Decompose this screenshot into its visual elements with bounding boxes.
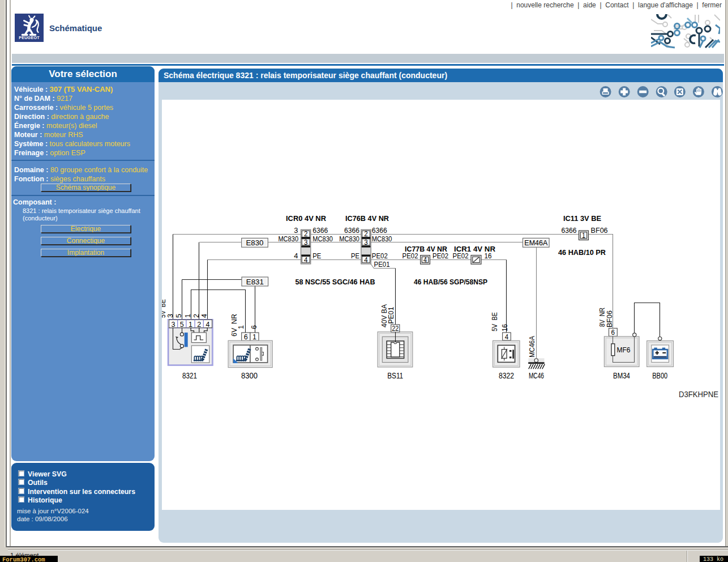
svg-text:6366: 6366 (562, 226, 577, 235)
svg-text:MC46A: MC46A (528, 335, 536, 357)
svg-text:1: 1 (184, 314, 192, 318)
svg-text:2: 2 (192, 314, 200, 318)
svg-text:3: 3 (172, 320, 175, 329)
svg-text:1: 1 (252, 333, 256, 341)
svg-text:16: 16 (501, 324, 509, 331)
svg-text:MC46: MC46 (529, 371, 544, 380)
svg-text:3: 3 (166, 314, 174, 318)
svg-text:3: 3 (304, 239, 308, 246)
svg-text:3: 3 (294, 226, 298, 235)
svg-text:5: 5 (180, 320, 184, 329)
svg-text:PE01: PE01 (387, 306, 395, 323)
svg-text:4: 4 (294, 252, 298, 260)
svg-text:PE: PE (312, 252, 321, 260)
svg-text:E831: E831 (246, 278, 264, 286)
svg-text:8322: 8322 (499, 371, 514, 380)
svg-text:22: 22 (392, 325, 399, 333)
svg-text:MC830: MC830 (372, 235, 392, 243)
svg-text:4: 4 (364, 256, 368, 264)
svg-text:6: 6 (250, 325, 258, 329)
svg-text:6366: 6366 (312, 226, 328, 235)
svg-text:BM34: BM34 (613, 371, 630, 380)
svg-text:4: 4 (304, 256, 308, 264)
svg-text:8300: 8300 (241, 371, 258, 380)
svg-text:MC830: MC830 (339, 235, 359, 243)
svg-text:2: 2 (304, 230, 308, 238)
svg-text:ICR0 4V NR: ICR0 4V NR (286, 214, 326, 223)
svg-text:6V NR: 6V NR (230, 314, 238, 337)
svg-text:8321: 8321 (182, 371, 197, 380)
svg-text:IC77B 4V NR: IC77B 4V NR (405, 245, 447, 253)
svg-text:PE02: PE02 (372, 252, 388, 260)
svg-text:46 HAB/10 PR: 46 HAB/10 PR (558, 248, 606, 257)
svg-text:46 HAB/56 SGP/58NSP: 46 HAB/56 SGP/58NSP (414, 278, 487, 286)
svg-text:IC11 3V BE: IC11 3V BE (563, 214, 601, 223)
svg-text:E830: E830 (246, 239, 264, 247)
svg-text:1: 1 (582, 232, 585, 240)
svg-text:6366: 6366 (372, 226, 387, 235)
svg-text:6: 6 (611, 328, 615, 337)
svg-text:1: 1 (189, 320, 192, 329)
svg-text:2: 2 (197, 320, 201, 329)
svg-text:4: 4 (505, 333, 509, 341)
svg-text:BF06: BF06 (591, 226, 608, 235)
svg-text:3: 3 (364, 239, 368, 246)
svg-text:4: 4 (206, 320, 210, 329)
svg-text:58 NSC/55 SGC/46 HAB: 58 NSC/55 SGC/46 HAB (296, 278, 375, 286)
svg-text:D3FKHPNE: D3FKHPNE (679, 390, 718, 399)
svg-text:MC830: MC830 (312, 235, 333, 243)
svg-text:BB00: BB00 (652, 371, 667, 380)
svg-text:5: 5 (175, 314, 183, 318)
svg-text:5V BE: 5V BE (491, 312, 499, 331)
svg-text:IC76B 4V NR: IC76B 4V NR (345, 214, 389, 223)
svg-text:6: 6 (244, 333, 248, 341)
svg-text:MF6: MF6 (617, 346, 631, 354)
svg-text:BF06: BF06 (606, 310, 614, 327)
svg-text:ICR1 4V NR: ICR1 4V NR (454, 245, 495, 253)
svg-text:4: 4 (200, 314, 208, 318)
svg-text:8V NR: 8V NR (598, 308, 606, 327)
svg-text:EM46A: EM46A (524, 239, 547, 247)
svg-text:6366: 6366 (344, 226, 359, 235)
svg-text:BS11: BS11 (387, 371, 403, 380)
svg-text:4: 4 (423, 256, 427, 264)
svg-text:MC830: MC830 (278, 235, 298, 243)
svg-text:2: 2 (364, 230, 368, 238)
svg-text:1: 1 (237, 325, 245, 329)
svg-text:PEUGEOT: PEUGEOT (19, 35, 40, 40)
svg-text:PE: PE (351, 252, 359, 260)
svg-text:PE01: PE01 (374, 260, 390, 269)
